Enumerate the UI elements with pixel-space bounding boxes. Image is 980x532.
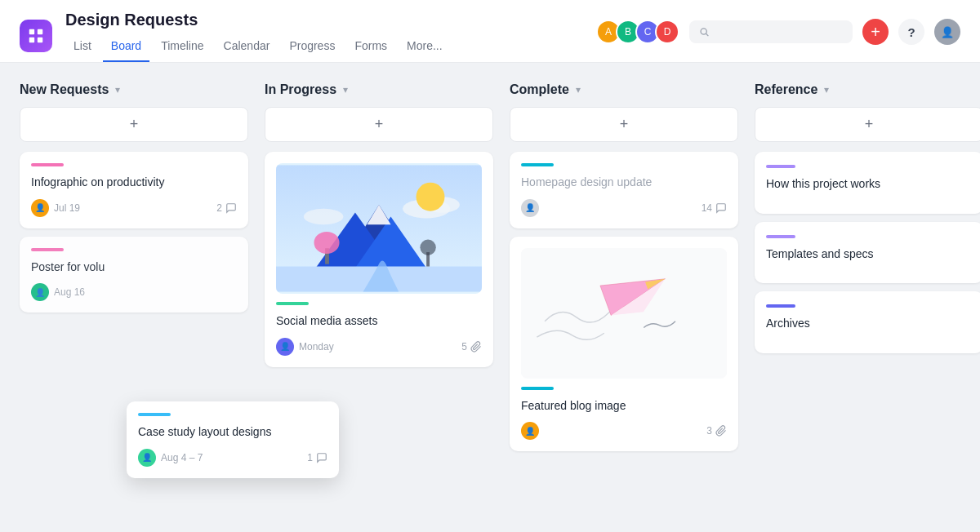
card-comments: 1 [307,452,327,463]
search-bar[interactable] [689,20,853,43]
svg-point-18 [314,232,340,254]
header: Design Requests List Board Timeline Cale… [0,0,980,63]
tab-forms[interactable]: Forms [346,34,395,62]
card-user: 👤 Aug 16 [31,283,85,301]
card-meta: 👤 Jul 19 2 [31,199,237,217]
add-card-in-progress[interactable]: + [265,107,493,142]
svg-rect-2 [29,38,34,42]
tab-board[interactable]: Board [103,34,149,62]
help-button[interactable]: ? [898,19,924,45]
attach-icon [715,425,727,437]
tab-timeline[interactable]: Timeline [153,34,212,62]
app-icon [20,20,52,52]
card-title: Homepage design update [521,175,727,191]
add-card-complete[interactable]: + [510,107,738,142]
card-plane-image [521,248,727,379]
tab-calendar[interactable]: Calendar [216,34,278,62]
svg-point-4 [701,29,706,34]
header-title-area: Design Requests List Board Timeline Cale… [65,10,583,62]
card-poster[interactable]: Poster for volu 👤 Aug 16 [20,237,248,313]
card-user: 👤 [521,199,539,217]
column-reference: Reference ▾ + How this project works Tem… [755,82,980,523]
column-chevron-complete[interactable]: ▾ [576,84,581,95]
card-title: Archives [766,316,972,332]
card-meta: 👤 3 [521,422,727,440]
card-accent [521,163,554,166]
card-blog-image[interactable]: Featured blog image 👤 3 [510,237,738,452]
card-user: 👤 [521,422,539,440]
svg-rect-3 [38,38,42,42]
column-header-in-progress: In Progress ▾ [265,82,493,97]
column-chevron-in-progress[interactable]: ▾ [343,84,348,95]
card-homepage[interactable]: Homepage design update 👤 14 [510,152,738,228]
column-title-reference: Reference [755,82,817,97]
comment-icon [316,452,327,463]
card-comments: 5 [461,341,482,352]
tab-more[interactable]: More... [399,34,451,62]
svg-point-10 [304,209,343,224]
card-how-project-works[interactable]: How this project works [755,152,980,214]
svg-rect-0 [29,29,34,34]
column-complete: Complete ▾ + Homepage design update 👤 14 [510,82,738,523]
card-title: Infographic on productivity [31,175,237,191]
card-accent [138,413,171,416]
card-accent [766,304,795,308]
column-title-complete: Complete [510,82,569,97]
card-accent [766,165,795,168]
card-user: 👤 Monday [276,338,334,356]
card-avatar: 👤 [276,338,294,356]
card-avatar: 👤 [521,422,539,440]
card-title: Featured blog image [521,398,727,415]
card-avatar: 👤 [31,199,49,217]
svg-point-11 [416,183,445,211]
add-button[interactable]: + [862,19,889,45]
search-input[interactable] [715,25,843,38]
column-header-new-requests: New Requests ▾ [20,82,248,97]
card-social-media[interactable]: Social media assets 👤 Monday 5 [265,152,493,367]
card-comments: 3 [706,425,727,437]
search-icon [699,26,709,38]
card-user: 👤 Jul 19 [31,199,80,217]
column-chevron-reference[interactable]: ▾ [824,84,829,95]
card-title: Poster for volu [31,259,237,276]
add-card-reference[interactable]: + [755,107,980,142]
card-title: How this project works [766,176,972,193]
card-accent [276,302,309,305]
project-title: Design Requests [65,10,583,29]
tab-progress[interactable]: Progress [281,34,343,62]
card-title: Social media assets [276,313,482,330]
column-header-complete: Complete ▾ [510,82,738,97]
svg-rect-1 [38,29,42,34]
card-title: Case study layout designs [138,424,327,441]
column-title-in-progress: In Progress [265,82,336,97]
comment-icon [715,202,727,214]
comment-icon [225,202,237,214]
card-date: Aug 16 [54,286,85,298]
card-infographic[interactable]: Infographic on productivity 👤 Jul 19 2 [20,152,248,228]
column-header-reference: Reference ▾ [755,82,980,97]
add-card-new-requests[interactable]: + [20,107,248,142]
card-meta: 👤 Aug 4 – 7 1 [138,449,327,467]
svg-line-5 [706,33,709,36]
card-comments: 14 [702,202,727,214]
floating-card-case-study[interactable]: Case study layout designs 👤 Aug 4 – 7 1 [127,401,339,478]
card-archives[interactable]: Archives [755,291,980,353]
card-date: Monday [299,341,334,352]
card-comments: 2 [216,202,237,214]
card-accent [766,235,795,238]
nav-tabs: List Board Timeline Calendar Progress Fo… [65,34,583,62]
tab-list[interactable]: List [65,34,100,62]
header-right: A B C D + ? 👤 [596,19,960,53]
card-date: Jul 19 [54,202,80,214]
card-title: Templates and specs [766,246,972,263]
avatar-4: D [655,20,679,44]
card-templates-specs[interactable]: Templates and specs [755,222,980,284]
card-accent [31,163,64,166]
card-avatar: 👤 [31,283,49,301]
card-accent [521,387,554,390]
user-avatar[interactable]: 👤 [934,19,960,45]
svg-point-20 [420,240,435,255]
card-accent [31,248,64,251]
card-meta: 👤 Aug 16 [31,283,237,301]
column-chevron-new-requests[interactable]: ▾ [115,84,120,95]
